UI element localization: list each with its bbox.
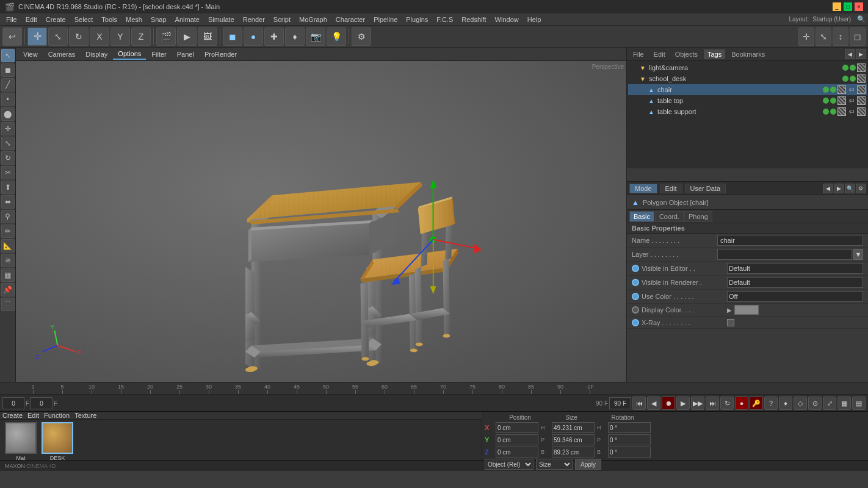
tool-scale[interactable]: ⤡: [1, 137, 15, 150]
mat-edit[interactable]: Edit: [27, 412, 39, 419]
toolbar-add-camera[interactable]: 📷: [306, 27, 325, 46]
menu-tools[interactable]: Tools: [98, 15, 121, 24]
prop-xray-value[interactable]: [727, 319, 863, 326]
titlebar-controls[interactable]: _ □ ×: [833, 2, 863, 11]
vp-tab-view[interactable]: View: [18, 49, 43, 59]
attr-tab-basic[interactable]: Basic: [629, 211, 654, 222]
name-input[interactable]: [717, 235, 863, 246]
attr-tab-phong[interactable]: Phong: [684, 211, 712, 222]
om-tab-file[interactable]: File: [629, 49, 648, 59]
material-thumb-desk[interactable]: [42, 422, 73, 454]
z-rot-input[interactable]: [608, 447, 651, 458]
radio-btn-visible-editor[interactable]: [632, 265, 639, 272]
toolbar-vp-nav1[interactable]: ✛: [798, 27, 814, 46]
toolbar-select-x[interactable]: X: [90, 27, 109, 46]
toolbar-add-cube[interactable]: ◼: [223, 27, 242, 46]
om-tab-objects[interactable]: Objects: [671, 49, 701, 59]
viewport[interactable]: X Y Z Perspective: [16, 61, 626, 382]
tool-bend[interactable]: ⌒: [1, 298, 15, 311]
attr-btn-fwd[interactable]: ▶: [834, 184, 844, 193]
toolbar-render-settings[interactable]: ⚙: [352, 27, 371, 46]
use-color-select[interactable]: Off On Always: [727, 291, 863, 302]
tree-item-school-desk[interactable]: ▼ school_desk: [628, 73, 867, 84]
play-end-input[interactable]: [609, 397, 631, 409]
toolbar-add-material[interactable]: ♦: [285, 27, 305, 46]
menu-redshift[interactable]: Redshift: [458, 15, 490, 24]
btn-play[interactable]: ▶: [676, 396, 690, 410]
visible-renderer-select[interactable]: Default On Off: [727, 277, 863, 288]
tool-select-point[interactable]: •: [1, 93, 15, 106]
toolbar-select-y[interactable]: Y: [110, 27, 130, 46]
menu-animate[interactable]: Animate: [172, 15, 203, 24]
user-data-button[interactable]: User Data: [685, 184, 726, 193]
menu-snap[interactable]: Snap: [147, 15, 170, 24]
toolbar-undo[interactable]: ↩: [2, 27, 22, 46]
attr-btn-search[interactable]: 🔍: [845, 184, 855, 193]
menu-simulate[interactable]: Simulate: [204, 15, 238, 24]
y-size-input[interactable]: [552, 434, 595, 445]
btn-help[interactable]: ?: [764, 396, 778, 410]
edit-button[interactable]: Edit: [660, 184, 682, 193]
vp-tab-cameras[interactable]: Cameras: [43, 49, 81, 59]
attr-btn-back[interactable]: ◀: [823, 184, 833, 193]
toolbar-render-region[interactable]: 🎬: [156, 27, 176, 46]
tool-rotate[interactable]: ↻: [1, 151, 15, 165]
toolbar-add-null[interactable]: ✚: [264, 27, 284, 46]
attr-tab-coord[interactable]: Coord.: [655, 211, 684, 222]
btn-keyframe-pla[interactable]: ▤: [852, 396, 866, 410]
tool-paint[interactable]: ✏: [1, 224, 15, 238]
xray-checkbox[interactable]: [727, 319, 734, 326]
mat-function[interactable]: Function: [44, 412, 70, 419]
om-btn2[interactable]: ▶: [856, 49, 866, 59]
tool-magnet[interactable]: ⚲: [1, 210, 15, 223]
apply-button[interactable]: Apply: [575, 459, 601, 470]
menu-pipeline[interactable]: Pipeline: [370, 15, 401, 24]
toolbar-vp-nav3[interactable]: ↕: [833, 27, 848, 46]
prop-use-color-value[interactable]: Off On Always: [727, 291, 863, 302]
toolbar-move[interactable]: ✛: [27, 27, 47, 46]
mode-button[interactable]: Mode: [629, 184, 657, 193]
y-rot-input[interactable]: [608, 434, 651, 445]
layer-btn[interactable]: ▼: [853, 249, 863, 260]
layer-input[interactable]: [717, 249, 852, 260]
menu-create[interactable]: Create: [42, 15, 70, 24]
btn-skip-start[interactable]: ⏮: [632, 396, 646, 410]
menu-mograph[interactable]: MoGraph: [295, 15, 331, 24]
toolbar-render-view[interactable]: ▶: [177, 27, 197, 46]
toolbar-vp-nav4[interactable]: ◻: [850, 27, 866, 46]
vp-tab-prorender[interactable]: ProRender: [200, 49, 242, 59]
frame-input-2[interactable]: [31, 397, 52, 409]
toolbar-rotate[interactable]: ↻: [69, 27, 89, 46]
tool-select-poly[interactable]: ◼: [1, 63, 15, 77]
menu-plugins[interactable]: Plugins: [402, 15, 432, 24]
prop-name-value[interactable]: [717, 235, 863, 246]
toolbar-vp-nav2[interactable]: ⤡: [816, 27, 831, 46]
menu-render[interactable]: Render: [239, 15, 269, 24]
menu-script[interactable]: Script: [270, 15, 294, 24]
btn-auto-key[interactable]: 🔑: [750, 396, 763, 410]
close-button[interactable]: ×: [855, 2, 863, 11]
tool-move[interactable]: ✛: [1, 122, 15, 135]
menu-file[interactable]: File: [2, 15, 21, 24]
om-tab-edit[interactable]: Edit: [650, 49, 669, 59]
color-swatch[interactable]: [734, 305, 759, 315]
menu-mesh[interactable]: Mesh: [122, 15, 146, 24]
tree-item-light-camera[interactable]: ▼ light&camera: [628, 62, 867, 73]
menu-edit[interactable]: Edit: [22, 15, 41, 24]
toolbar-add-light[interactable]: 💡: [327, 27, 346, 46]
tool-measure[interactable]: 📐: [1, 239, 15, 253]
vp-tab-filter[interactable]: Filter: [146, 49, 171, 59]
tool-smooth[interactable]: ≋: [1, 254, 15, 267]
tool-pin[interactable]: 📌: [1, 283, 15, 296]
toolbar-select-z[interactable]: Z: [131, 27, 151, 46]
btn-keyframe-rot[interactable]: ⊙: [808, 396, 822, 410]
tree-item-table-support[interactable]: ▲ table support 🏷: [628, 106, 867, 117]
menu-select[interactable]: Select: [71, 15, 97, 24]
vp-tab-panel[interactable]: Panel: [172, 49, 199, 59]
size-select[interactable]: Size Scale: [536, 459, 573, 470]
om-tab-tags[interactable]: Tags: [704, 49, 725, 59]
toolbar-add-sphere[interactable]: ●: [244, 27, 263, 46]
tree-item-table-top[interactable]: ▲ table top 🏷: [628, 95, 867, 106]
tool-bridge[interactable]: ⬌: [1, 195, 15, 209]
y-pos-input[interactable]: [496, 434, 538, 445]
